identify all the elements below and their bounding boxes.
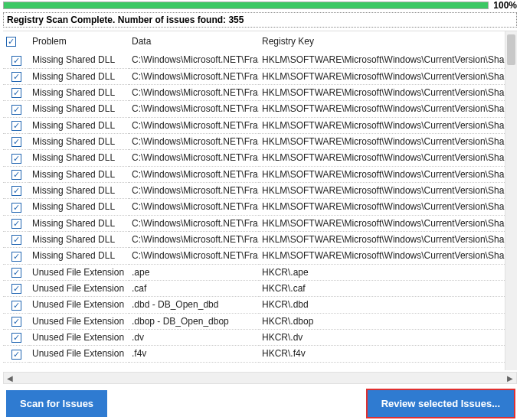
row-checkbox[interactable]: ✓	[11, 333, 21, 343]
table-row[interactable]: ✓Missing Shared DLLC:\Windows\Microsoft.…	[3, 215, 505, 231]
table-row[interactable]: ✓Missing Shared DLLC:\Windows\Microsoft.…	[3, 150, 505, 166]
header-key[interactable]: Registry Key	[259, 31, 505, 52]
cell-key: HKCR\.f4v	[259, 346, 505, 362]
table-row[interactable]: ✓Unused File Extension.cafHKCR\.caf	[3, 280, 505, 296]
row-checkbox[interactable]: ✓	[11, 170, 21, 180]
cell-problem: Unused File Extension	[29, 297, 129, 313]
cell-key: HKCR\.caf	[259, 280, 505, 296]
cell-problem: Missing Shared DLL	[29, 52, 129, 68]
cell-key: HKLM\SOFTWARE\Microsoft\Windows\CurrentV…	[259, 52, 505, 68]
scan-button[interactable]: Scan for Issues	[6, 390, 107, 417]
cell-problem: Missing Shared DLL	[29, 150, 129, 166]
cell-key: HKLM\SOFTWARE\Microsoft\Windows\CurrentV…	[259, 231, 505, 247]
vertical-scrollbar[interactable]	[505, 31, 517, 370]
cell-problem: Unused File Extension	[29, 329, 129, 345]
status-line: Registry Scan Complete. Number of issues…	[3, 12, 517, 28]
cell-key: HKCR\.dbd	[259, 297, 505, 313]
cell-key: HKLM\SOFTWARE\Microsoft\Windows\CurrentV…	[259, 182, 505, 198]
cell-data: C:\Windows\Microsoft.NET\Fra...	[129, 52, 259, 68]
table-row[interactable]: ✓Unused File Extension.f4vHKCR\.f4v	[3, 346, 505, 362]
cell-data: C:\Windows\Microsoft.NET\Fra...	[129, 248, 259, 264]
table-row[interactable]: ✓Missing Shared DLLC:\Windows\Microsoft.…	[3, 133, 505, 149]
cell-data: .ape	[129, 264, 259, 280]
row-checkbox[interactable]: ✓	[11, 301, 21, 311]
header-problem[interactable]: Problem	[29, 31, 129, 52]
results-table: ✓ Problem Data Registry Key ✓Missing Sha…	[3, 31, 505, 363]
cell-key: HKCR\.dv	[259, 329, 505, 345]
cell-data: .dv	[129, 329, 259, 345]
row-checkbox-cell: ✓	[3, 166, 29, 182]
cell-problem: Missing Shared DLL	[29, 166, 129, 182]
table-row[interactable]: ✓Unused File Extension.dvHKCR\.dv	[3, 329, 505, 345]
cell-data: .caf	[129, 280, 259, 296]
row-checkbox[interactable]: ✓	[11, 252, 21, 262]
row-checkbox[interactable]: ✓	[11, 105, 21, 115]
cell-key: HKLM\SOFTWARE\Microsoft\Windows\CurrentV…	[259, 101, 505, 117]
row-checkbox[interactable]: ✓	[11, 268, 21, 278]
cell-data: C:\Windows\Microsoft.NET\Fra...	[129, 84, 259, 100]
table-row[interactable]: ✓Missing Shared DLLC:\Windows\Microsoft.…	[3, 117, 505, 133]
row-checkbox-cell: ✓	[3, 215, 29, 231]
cell-data: .dbd - DB_Open_dbd	[129, 297, 259, 313]
row-checkbox[interactable]: ✓	[11, 137, 21, 147]
row-checkbox-cell: ✓	[3, 117, 29, 133]
cell-data: .dbop - DB_Open_dbop	[129, 313, 259, 329]
progress-percent: 100%	[493, 0, 517, 11]
row-checkbox-cell: ✓	[3, 84, 29, 100]
cell-key: HKCR\.dbop	[259, 313, 505, 329]
vertical-scrollbar-thumb[interactable]	[507, 34, 515, 65]
cell-problem: Missing Shared DLL	[29, 133, 129, 149]
button-row: Scan for Issues Review selected Issues..…	[0, 384, 520, 420]
row-checkbox[interactable]: ✓	[11, 317, 21, 327]
row-checkbox-cell: ✓	[3, 231, 29, 247]
header-data[interactable]: Data	[129, 31, 259, 52]
table-row[interactable]: ✓Missing Shared DLLC:\Windows\Microsoft.…	[3, 199, 505, 215]
row-checkbox[interactable]: ✓	[11, 121, 21, 131]
table-row[interactable]: ✓Unused File Extension.dbd - DB_Open_dbd…	[3, 297, 505, 313]
cell-problem: Unused File Extension	[29, 264, 129, 280]
row-checkbox[interactable]: ✓	[11, 235, 21, 245]
cell-data: C:\Windows\Microsoft.NET\Fra...	[129, 133, 259, 149]
table-row[interactable]: ✓Unused File Extension.dbop - DB_Open_db…	[3, 313, 505, 329]
cell-problem: Missing Shared DLL	[29, 182, 129, 198]
table-row[interactable]: ✓Missing Shared DLLC:\Windows\Microsoft.…	[3, 84, 505, 100]
cell-data: C:\Windows\Microsoft.NET\Fra...	[129, 182, 259, 198]
scroll-right-arrow[interactable]: ▶	[504, 373, 516, 383]
row-checkbox[interactable]: ✓	[11, 219, 21, 229]
review-button[interactable]: Review selected Issues...	[368, 390, 514, 417]
table-row[interactable]: ✓Missing Shared DLLC:\Windows\Microsoft.…	[3, 68, 505, 84]
select-all-checkbox[interactable]: ✓	[6, 37, 16, 47]
row-checkbox-cell: ✓	[3, 313, 29, 329]
horizontal-scrollbar[interactable]: ◀ ▶	[3, 372, 517, 384]
cell-data: C:\Windows\Microsoft.NET\Fra...	[129, 68, 259, 84]
cell-problem: Missing Shared DLL	[29, 117, 129, 133]
row-checkbox-cell: ✓	[3, 68, 29, 84]
row-checkbox[interactable]: ✓	[11, 284, 21, 294]
row-checkbox-cell: ✓	[3, 248, 29, 264]
table-row[interactable]: ✓Missing Shared DLLC:\Windows\Microsoft.…	[3, 166, 505, 182]
row-checkbox[interactable]: ✓	[11, 350, 21, 360]
cell-problem: Missing Shared DLL	[29, 231, 129, 247]
row-checkbox[interactable]: ✓	[11, 88, 21, 98]
table-row[interactable]: ✓Missing Shared DLLC:\Windows\Microsoft.…	[3, 248, 505, 264]
table-row[interactable]: ✓Missing Shared DLLC:\Windows\Microsoft.…	[3, 182, 505, 198]
table-row[interactable]: ✓Missing Shared DLLC:\Windows\Microsoft.…	[3, 231, 505, 247]
scroll-left-arrow[interactable]: ◀	[4, 373, 16, 383]
row-checkbox[interactable]: ✓	[11, 72, 21, 82]
row-checkbox[interactable]: ✓	[11, 186, 21, 196]
row-checkbox[interactable]: ✓	[11, 154, 21, 164]
row-checkbox-cell: ✓	[3, 182, 29, 198]
cell-data: C:\Windows\Microsoft.NET\Fra...	[129, 215, 259, 231]
row-checkbox[interactable]: ✓	[11, 203, 21, 213]
row-checkbox-cell: ✓	[3, 101, 29, 117]
cell-problem: Missing Shared DLL	[29, 248, 129, 264]
table-row[interactable]: ✓Missing Shared DLLC:\Windows\Microsoft.…	[3, 52, 505, 68]
table-row[interactable]: ✓Unused File Extension.apeHKCR\.ape	[3, 264, 505, 280]
cell-problem: Missing Shared DLL	[29, 199, 129, 215]
row-checkbox-cell: ✓	[3, 280, 29, 296]
row-checkbox-cell: ✓	[3, 264, 29, 280]
row-checkbox[interactable]: ✓	[11, 56, 21, 66]
cell-key: HKCR\.ape	[259, 264, 505, 280]
table-row[interactable]: ✓Missing Shared DLLC:\Windows\Microsoft.…	[3, 101, 505, 117]
cell-key: HKLM\SOFTWARE\Microsoft\Windows\CurrentV…	[259, 166, 505, 182]
